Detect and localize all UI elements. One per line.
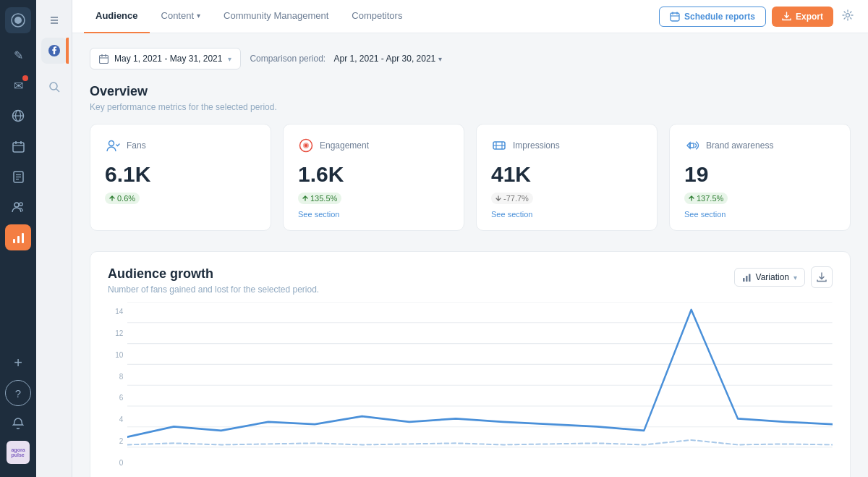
- audience-growth-chart: 14 12 10 8 6 4 2 0: [108, 302, 833, 477]
- tab-audience[interactable]: Audience: [84, 0, 150, 33]
- svg-point-22: [50, 83, 57, 90]
- calendar-icon: [99, 54, 109, 64]
- expand-sidebar-icon[interactable]: [41, 7, 67, 33]
- chevron-down-icon: ▾: [228, 55, 231, 63]
- svg-rect-24: [671, 13, 679, 21]
- date-range-picker[interactable]: May 1, 2021 - May 31, 2021 ▾: [90, 48, 241, 69]
- inbox-icon[interactable]: ✉: [5, 72, 31, 98]
- impressions-value: 41K: [491, 162, 642, 187]
- sidebar-narrow: ✎ ✉: [0, 0, 36, 477]
- app-logo: [5, 7, 31, 33]
- chart-svg: [127, 302, 833, 476]
- filters-row: May 1, 2021 - May 31, 2021 ▾ Comparison …: [90, 48, 851, 69]
- tab-competitors[interactable]: Competitors: [340, 0, 414, 33]
- globe-icon[interactable]: [5, 103, 31, 129]
- impressions-label: Impressions: [513, 140, 560, 151]
- variation-dropdown[interactable]: Variation ▾: [734, 268, 805, 287]
- growth-title: Audience growth: [108, 266, 319, 282]
- brand-awareness-card: Brand awareness 19 137.5% See section: [669, 124, 851, 231]
- engagement-see-section[interactable]: See section: [298, 210, 449, 219]
- avatar[interactable]: agorapulse: [7, 441, 30, 464]
- schedule-reports-button[interactable]: Schedule reports: [659, 7, 766, 27]
- brand-awareness-value: 19: [684, 162, 835, 187]
- metric-cards: Fans 6.1K 0.6%: [90, 124, 851, 231]
- topnav: Audience Content ▾ Community Management …: [72, 0, 868, 33]
- overview-title: Overview: [90, 84, 851, 99]
- engagement-label: Engagement: [320, 140, 369, 151]
- analytics-icon[interactable]: [5, 224, 31, 250]
- svg-line-23: [56, 89, 59, 92]
- fans-change-badge: 0.6%: [105, 193, 140, 204]
- svg-rect-41: [690, 143, 694, 148]
- settings-button[interactable]: [839, 7, 856, 27]
- brand-awareness-change-badge: 137.5%: [684, 193, 728, 204]
- svg-point-33: [109, 141, 114, 146]
- impressions-card: Impressions 41K -77.7% See section: [476, 124, 658, 231]
- svg-rect-16: [17, 236, 20, 243]
- fans-label: Fans: [127, 140, 146, 151]
- engagement-card: Engagement 1.6K 135.5% See section: [283, 124, 464, 231]
- impressions-change-badge: -77.7%: [491, 193, 533, 204]
- add-profile-icon[interactable]: +: [5, 350, 31, 376]
- svg-rect-44: [749, 274, 751, 282]
- reports-icon[interactable]: [5, 164, 31, 190]
- engagement-change-badge: 135.5%: [298, 193, 341, 204]
- export-button[interactable]: Export: [772, 7, 833, 27]
- chevron-down-icon: ▾: [197, 12, 200, 20]
- compose-icon[interactable]: ✎: [5, 42, 31, 68]
- tab-content[interactable]: Content ▾: [150, 0, 213, 33]
- users-icon[interactable]: [5, 194, 31, 220]
- svg-rect-15: [13, 239, 15, 243]
- svg-point-13: [14, 203, 19, 207]
- svg-point-14: [20, 203, 22, 206]
- content-area: May 1, 2021 - May 31, 2021 ▾ Comparison …: [72, 33, 868, 477]
- main-content: Audience Content ▾ Community Management …: [72, 0, 868, 477]
- engagement-icon: [298, 138, 314, 153]
- impressions-see-section[interactable]: See section: [491, 210, 642, 219]
- fans-icon: [105, 138, 121, 153]
- audience-growth-section: Audience growth Number of fans gained an…: [90, 251, 851, 477]
- svg-point-28: [846, 13, 850, 17]
- fans-value: 6.1K: [105, 162, 256, 187]
- calendar-icon[interactable]: [5, 133, 31, 159]
- chevron-down-icon: ▾: [793, 274, 797, 282]
- sidebar-wide: [36, 0, 72, 477]
- brand-awareness-icon: [684, 138, 700, 153]
- y-axis: 14 12 10 8 6 4 2 0: [108, 308, 127, 467]
- fans-card: Fans 6.1K 0.6%: [90, 124, 271, 231]
- export-icon: [782, 12, 791, 21]
- svg-point-1: [14, 17, 22, 24]
- svg-point-36: [305, 144, 307, 147]
- bell-icon[interactable]: [5, 410, 31, 436]
- brand-awareness-see-section[interactable]: See section: [684, 210, 835, 219]
- svg-rect-17: [22, 233, 24, 243]
- tab-community[interactable]: Community Management: [212, 0, 340, 33]
- chevron-down-icon: ▾: [438, 55, 442, 63]
- search-icon[interactable]: [41, 74, 67, 100]
- facebook-profile-icon[interactable]: [41, 38, 67, 64]
- svg-rect-42: [743, 278, 745, 282]
- overview-subtitle: Key performance metrics for the selected…: [90, 102, 851, 112]
- comparison-period-label: Comparison period: Apr 1, 2021 - Apr 30,…: [250, 54, 442, 64]
- svg-rect-29: [100, 55, 109, 63]
- help-icon[interactable]: ?: [5, 380, 31, 406]
- growth-subtitle: Number of fans gained and lost for the s…: [108, 284, 319, 295]
- schedule-icon: [670, 12, 680, 22]
- download-chart-button[interactable]: [811, 266, 833, 288]
- chart-icon: [742, 273, 752, 282]
- impressions-icon: [491, 138, 507, 153]
- brand-awareness-label: Brand awareness: [706, 140, 773, 151]
- svg-rect-43: [746, 276, 748, 282]
- engagement-value: 1.6K: [298, 162, 449, 187]
- svg-rect-5: [13, 143, 24, 152]
